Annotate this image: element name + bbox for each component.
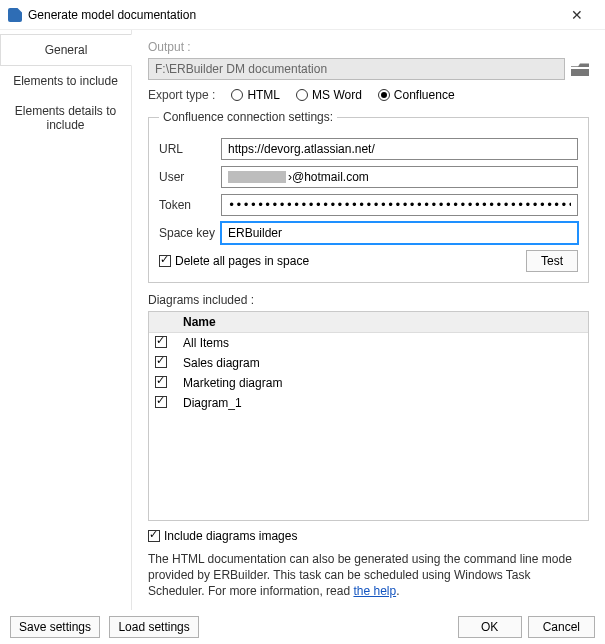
test-button[interactable]: Test [526,250,578,272]
close-icon[interactable]: ✕ [557,7,597,23]
ok-button[interactable]: OK [458,616,522,638]
radio-confluence[interactable]: Confluence [378,88,455,102]
folder-icon[interactable] [571,62,589,76]
user-input[interactable]: ›@hotmail.com [221,166,578,188]
include-images-checkbox[interactable]: Include diagrams images [148,529,297,543]
grid-header: Name [149,312,588,333]
url-label: URL [159,142,221,156]
radio-msword[interactable]: MS Word [296,88,362,102]
tab-elements[interactable]: Elements to include [0,66,131,96]
radio-html[interactable]: HTML [231,88,280,102]
token-label: Token [159,198,221,212]
user-label: User [159,170,221,184]
diagrams-label: Diagrams included : [148,293,589,307]
checkbox-icon [159,255,171,267]
content-area: Output : Export type : HTML MS Word Conf… [132,30,605,610]
app-icon [8,8,22,22]
checkbox-icon[interactable] [155,356,167,368]
radio-icon [231,89,243,101]
checkbox-icon [148,530,160,542]
cancel-button[interactable]: Cancel [528,616,595,638]
grid-col-name: Name [177,312,588,332]
table-row[interactable]: Diagram_1 [149,393,588,413]
help-text: The HTML documentation can also be gener… [148,551,589,600]
output-label: Output : [148,40,589,54]
radio-icon [378,89,390,101]
help-link[interactable]: the help [353,584,396,598]
export-type-label: Export type : [148,88,215,102]
spacekey-label: Space key [159,226,221,240]
footer-bar: Save settings Load settings OK Cancel [0,610,605,644]
checkbox-icon[interactable] [155,336,167,348]
table-row[interactable]: Marketing diagram [149,373,588,393]
token-input[interactable] [221,194,578,216]
tab-general[interactable]: General [0,34,132,66]
redacted-block [228,171,286,183]
checkbox-icon[interactable] [155,376,167,388]
spacekey-input[interactable] [221,222,578,244]
side-tabs: General Elements to include Elements det… [0,30,132,610]
diagrams-grid[interactable]: Name All Items Sales diagram Marketing d… [148,311,589,521]
table-row[interactable]: Sales diagram [149,353,588,373]
checkbox-icon[interactable] [155,396,167,408]
load-settings-button[interactable]: Load settings [109,616,198,638]
delete-pages-checkbox[interactable]: Delete all pages in space [159,254,309,268]
radio-icon [296,89,308,101]
save-settings-button[interactable]: Save settings [10,616,100,638]
table-row[interactable]: All Items [149,333,588,353]
output-path-input[interactable] [148,58,565,80]
confluence-legend: Confluence connection settings: [159,110,337,124]
url-input[interactable] [221,138,578,160]
confluence-settings-group: Confluence connection settings: URL User… [148,110,589,283]
window-title: Generate model documentation [28,8,557,22]
tab-elements-details[interactable]: Elements details to include [0,96,131,140]
title-bar: Generate model documentation ✕ [0,0,605,30]
